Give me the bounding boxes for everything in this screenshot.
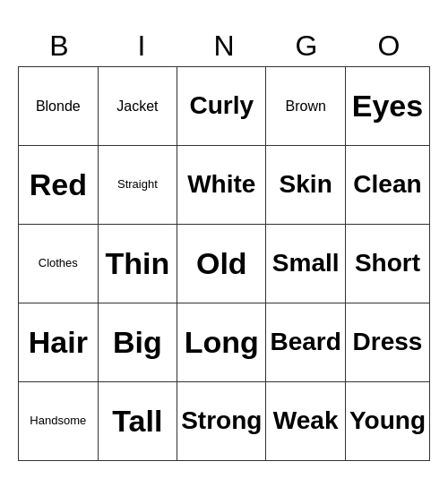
bingo-card: BINGO BlondeJacketCurlyBrownEyesRedStrai… xyxy=(18,26,430,461)
header-letter: G xyxy=(265,26,348,66)
cell-text: Curly xyxy=(189,92,254,120)
bingo-cell: Clothes xyxy=(19,225,99,303)
bingo-cell: Red xyxy=(19,146,99,225)
cell-text: Skin xyxy=(280,171,332,199)
header-letter: O xyxy=(348,26,430,66)
cell-text: Young xyxy=(349,407,426,435)
bingo-cell: Thin xyxy=(99,225,178,303)
bingo-cell: Brown xyxy=(266,67,346,146)
header-letter: I xyxy=(100,26,183,66)
bingo-cell: Eyes xyxy=(346,67,430,146)
bingo-cell: Jacket xyxy=(99,67,178,146)
cell-text: Clothes xyxy=(39,257,78,269)
cell-text: Small xyxy=(272,250,340,278)
bingo-cell: White xyxy=(177,146,266,225)
bingo-cell: Blonde xyxy=(19,67,99,146)
cell-text: Big xyxy=(113,326,162,359)
bingo-cell: Small xyxy=(266,225,346,303)
bingo-cell: Beard xyxy=(266,303,346,382)
bingo-grid: BlondeJacketCurlyBrownEyesRedStraightWhi… xyxy=(18,66,430,461)
bingo-cell: Young xyxy=(346,382,430,461)
cell-text: Hair xyxy=(29,326,88,359)
bingo-cell: Big xyxy=(99,303,178,382)
cell-text: Long xyxy=(185,326,259,359)
bingo-cell: Strong xyxy=(177,382,266,461)
cell-text: White xyxy=(187,171,255,199)
bingo-cell: Tall xyxy=(99,382,178,461)
cell-text: Strong xyxy=(181,407,262,435)
bingo-cell: Weak xyxy=(266,382,346,461)
cell-text: Brown xyxy=(286,98,326,115)
cell-text: Red xyxy=(30,168,87,201)
bingo-cell: Skin xyxy=(266,146,346,225)
bingo-cell: Hair xyxy=(19,303,99,382)
header-letter: B xyxy=(18,26,100,66)
bingo-cell: Clean xyxy=(346,146,430,225)
cell-text: Weak xyxy=(273,407,339,435)
cell-text: Eyes xyxy=(352,90,423,123)
cell-text: Blonde xyxy=(36,98,81,115)
cell-text: Straight xyxy=(117,178,158,191)
bingo-header: BINGO xyxy=(18,26,430,66)
bingo-cell: Old xyxy=(177,225,266,303)
cell-text: Thin xyxy=(105,247,169,280)
cell-text: Short xyxy=(355,250,420,278)
cell-text: Dress xyxy=(353,329,423,356)
header-letter: N xyxy=(183,26,265,66)
bingo-cell: Short xyxy=(346,225,430,303)
cell-text: Clean xyxy=(353,171,421,199)
bingo-cell: Curly xyxy=(177,67,266,146)
bingo-cell: Handsome xyxy=(19,382,99,461)
cell-text: Beard xyxy=(270,329,340,356)
bingo-cell: Dress xyxy=(346,303,430,382)
bingo-cell: Straight xyxy=(99,146,178,225)
cell-text: Old xyxy=(196,247,247,280)
cell-text: Jacket xyxy=(116,98,158,115)
bingo-cell: Long xyxy=(177,303,266,382)
cell-text: Handsome xyxy=(30,414,86,427)
cell-text: Tall xyxy=(112,405,162,438)
